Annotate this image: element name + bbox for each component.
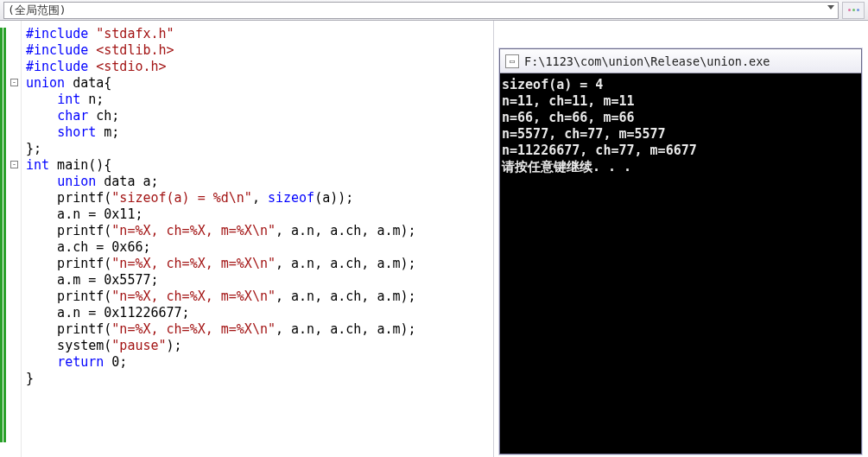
- code-line[interactable]: printf("n=%X, ch=%X, m=%X\n", a.n, a.ch,…: [26, 223, 491, 239]
- code-area[interactable]: #include "stdafx.h"#include <stdlib.h>#i…: [26, 26, 491, 457]
- code-line[interactable]: union data{: [26, 75, 491, 92]
- code-line[interactable]: a.ch = 0x66;: [26, 239, 491, 256]
- toolbar: (全局范围): [0, 0, 868, 21]
- code-line[interactable]: int n;: [26, 92, 491, 108]
- fold-toggle[interactable]: -: [10, 161, 18, 168]
- toolbar-overflow-button[interactable]: [842, 2, 865, 19]
- console-titlebar[interactable]: ▭ F:\1123\com\union\Release\union.exe: [500, 49, 861, 73]
- dots-icon: [848, 9, 859, 11]
- code-line[interactable]: short m;: [26, 124, 491, 141]
- console-line: n=11226677, ch=77, m=6677: [502, 143, 859, 159]
- console-line: n=66, ch=66, m=66: [502, 110, 859, 126]
- code-line[interactable]: return 0;: [26, 354, 491, 371]
- code-line[interactable]: printf("n=%X, ch=%X, m=%X\n", a.n, a.ch,…: [26, 256, 491, 272]
- code-line[interactable]: printf("sizeof(a) = %d\n", sizeof(a));: [26, 190, 491, 206]
- console-line: 请按任意键继续. . .: [502, 159, 859, 175]
- code-line[interactable]: char ch;: [26, 108, 491, 124]
- code-line[interactable]: printf("n=%X, ch=%X, m=%X\n", a.n, a.ch,…: [26, 289, 491, 305]
- console-title: F:\1123\com\union\Release\union.exe: [524, 54, 770, 68]
- code-line[interactable]: int main(){: [26, 157, 491, 174]
- editor-gutter: --: [0, 21, 22, 457]
- console-line: n=5577, ch=77, m=5577: [502, 126, 859, 143]
- code-line[interactable]: #include "stdafx.h": [26, 26, 491, 42]
- code-editor[interactable]: -- #include "stdafx.h"#include <stdlib.h…: [0, 21, 494, 457]
- app-icon: ▭: [505, 54, 519, 68]
- console-body[interactable]: sizeof(a) = 4n=11, ch=11, m=11n=66, ch=6…: [500, 73, 861, 454]
- fold-toggle[interactable]: -: [10, 79, 18, 86]
- code-line[interactable]: system("pause");: [26, 338, 491, 354]
- scope-dropdown[interactable]: (全局范围): [3, 2, 839, 19]
- scope-label: (全局范围): [8, 3, 67, 18]
- code-line[interactable]: };: [26, 141, 491, 157]
- workspace: -- #include "stdafx.h"#include <stdlib.h…: [0, 21, 868, 457]
- console-window: ▭ F:\1123\com\union\Release\union.exe si…: [499, 48, 862, 454]
- code-line[interactable]: #include <stdio.h>: [26, 59, 491, 75]
- code-line[interactable]: a.m = 0x5577;: [26, 272, 491, 289]
- chevron-down-icon: [827, 5, 834, 10]
- code-line[interactable]: a.n = 0x11226677;: [26, 305, 491, 321]
- code-line[interactable]: printf("n=%X, ch=%X, m=%X\n", a.n, a.ch,…: [26, 321, 491, 338]
- code-line[interactable]: union data a;: [26, 174, 491, 190]
- code-line[interactable]: }: [26, 371, 491, 387]
- code-line[interactable]: #include <stdlib.h>: [26, 42, 491, 59]
- console-line: sizeof(a) = 4: [502, 77, 859, 93]
- code-line[interactable]: a.n = 0x11;: [26, 206, 491, 223]
- console-line: n=11, ch=11, m=11: [502, 93, 859, 110]
